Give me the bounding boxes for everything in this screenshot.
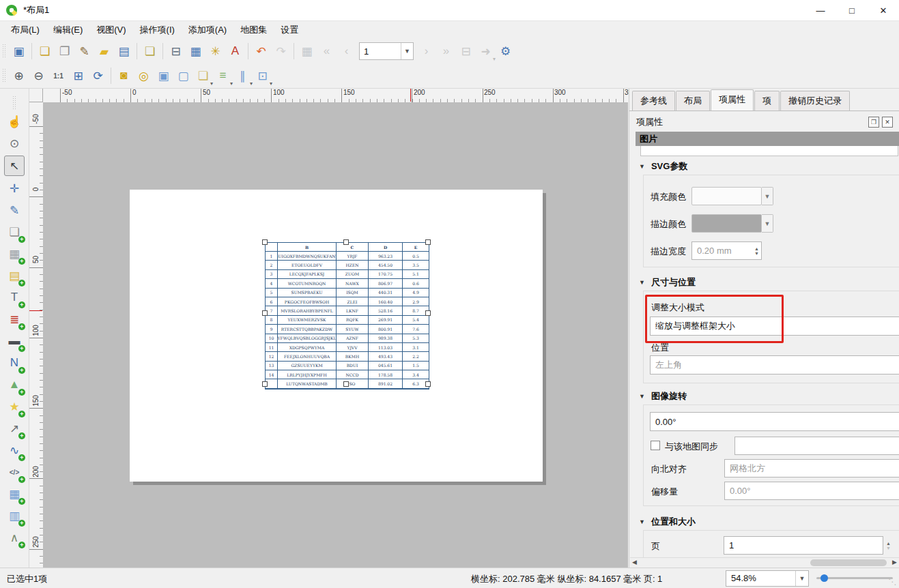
selection-handle[interactable] [425,310,431,316]
fill-color-dropdown-icon[interactable]: ▼ [762,187,773,205]
zoom-full-extent-icon[interactable]: ⊞ [69,67,87,85]
page-spin-arrows[interactable]: ▲▼ [883,536,894,555]
panel-tab-4[interactable]: 撤销历史记录 [780,91,850,111]
add-legend-icon[interactable]: ≣+ [5,310,24,329]
add-items-from-template-icon[interactable]: ▰ [95,42,113,61]
select-move-item-tool-icon[interactable]: ↖ [4,156,25,176]
export-as-image-icon[interactable]: ▦ [186,42,205,61]
page-number-spinbox[interactable]: 1 [724,536,883,555]
save-project-icon[interactable]: ▣ [10,42,28,61]
add-html-icon[interactable]: </>+ [5,462,24,482]
distribute-items-icon[interactable]: ∥▾ [233,67,252,85]
window-resize-grip[interactable]: ⋱ [888,577,896,587]
selection-handle[interactable] [262,310,268,316]
menu-item-2[interactable]: 视图(V) [89,22,132,38]
minimize-button[interactable]: — [805,0,836,20]
panel-tab-3[interactable]: 项 [754,91,780,111]
stroke-color-button[interactable] [691,214,762,233]
edit-nodes-tool-icon[interactable]: ✎ [5,201,24,220]
menu-item-4[interactable]: 添加项(A) [182,22,233,38]
menu-item-3[interactable]: 操作项(I) [133,22,182,38]
layout-canvas[interactable]: BCDE1SUIGOXFBMDWNQSUKFANTYRJF963.230.52E… [43,102,628,568]
fill-color-button[interactable] [691,187,762,205]
zoom-actual-size-icon[interactable]: 1:1 [49,67,68,85]
placement-combo[interactable]: 左上角 [650,355,899,374]
new-item-from-template-icon[interactable]: ❏ [141,42,159,61]
add-picture-icon[interactable]: ▤+ [5,266,24,285]
menu-item-6[interactable]: 设置 [274,22,305,38]
section-svg-params[interactable]: ▼ SVG参数 [639,160,687,173]
ungroup-items-icon[interactable]: ▢ [174,67,192,85]
new-layout-icon[interactable]: ❏ [35,42,54,61]
zoom-dropdown-icon[interactable]: ▼ [795,571,808,586]
export-as-pdf-icon[interactable]: A [226,42,244,61]
add-marker-icon[interactable]: ★+ [5,397,24,416]
refresh-view-icon[interactable]: ⟳ [89,67,107,85]
undo-icon[interactable]: ↶ [252,42,270,61]
offset-spinbox[interactable]: 0.00° [724,482,899,500]
section-position-size[interactable]: ▼ 位置和大小 [639,516,696,528]
maximize-button[interactable]: □ [836,0,868,20]
add-fixed-table-icon[interactable]: ▥+ [5,506,24,525]
unlock-all-items-icon[interactable]: ◎ [134,67,153,85]
zoom-out-icon[interactable]: ⊖ [29,67,48,85]
add-label-icon[interactable]: T+ [5,288,24,307]
panel-float-icon[interactable]: ❐ [868,117,879,128]
atlas-settings-icon[interactable]: ⚙ [496,42,515,61]
layout-manager-icon[interactable]: ✎ [75,42,94,61]
stroke-color-dropdown-icon[interactable]: ▼ [762,214,773,233]
export-as-svg-icon[interactable]: ✳ [206,42,225,61]
save-as-template-icon[interactable]: ▤ [115,42,133,61]
add-attribute-table-icon[interactable]: ▦+ [5,484,24,503]
scrollbar-thumb[interactable] [810,559,887,566]
group-items-icon[interactable]: ▣ [154,67,173,85]
pan-layout-tool-icon[interactable]: ☝ [5,112,24,131]
align-selected-items-icon[interactable]: ≡▾ [214,67,232,85]
panel-tab-1[interactable]: 布局 [676,91,710,111]
add-elevation-profile-icon[interactable]: ∧+ [5,528,24,547]
print-layout-icon[interactable]: ⊟ [167,42,185,61]
scroll-left-icon[interactable]: ◀ [632,559,637,565]
scroll-right-icon[interactable]: ▶ [892,559,897,565]
move-item-content-tool-icon[interactable]: ✛ [5,179,24,198]
zoom-slider[interactable] [816,577,893,579]
selection-handle[interactable] [262,381,268,387]
menu-item-1[interactable]: 编辑(E) [46,22,89,38]
north-alignment-combo[interactable]: 网格北方 [724,459,899,477]
menu-item-0[interactable]: 布局(L) [4,22,46,38]
combo-dropdown-icon[interactable]: ▼ [401,43,413,59]
add-map-icon[interactable]: ▦+ [5,244,24,263]
selection-handle[interactable] [425,381,431,387]
raise-selected-items-icon[interactable]: ❏▾ [194,67,212,85]
zoom-in-icon[interactable]: ⊕ [10,67,28,85]
add-page-icon[interactable]: ❏+ [5,222,24,241]
add-scalebar-icon[interactable]: ▬+ [5,332,24,351]
resize-items-icon[interactable]: ⊡▾ [253,67,272,85]
lock-selected-items-icon[interactable]: ◙ [115,67,133,85]
selection-handle[interactable] [343,239,349,245]
panel-tab-0[interactable]: 参考线 [632,91,675,111]
selection-handle[interactable] [343,381,349,387]
zoom-slider-handle[interactable] [820,574,828,582]
rotation-spinbox[interactable]: 0.00° [650,412,899,431]
selection-handle[interactable] [425,239,431,245]
zoom-tool-icon[interactable]: ⊙ [5,134,24,153]
duplicate-layout-icon[interactable]: ❐ [55,42,74,61]
sync-map-combo[interactable] [734,437,899,455]
add-node-item-icon[interactable]: ∿+ [5,441,24,460]
panel-tab-2[interactable]: 项属性 [711,89,754,111]
menu-item-5[interactable]: 地图集 [233,22,274,38]
stroke-width-spin-arrows[interactable]: ▲▼ [752,241,762,260]
add-shape-icon[interactable]: ▲+ [5,375,24,394]
attribute-table-item[interactable]: BCDE1SUIGOXFBMDWNQSUKFANTYRJF963.230.52E… [265,242,429,389]
panel-horizontal-scrollbar[interactable]: ◀ ▶ [630,557,899,568]
section-size-position[interactable]: ▼ 尺寸与位置 [639,276,696,289]
zoom-level-combo[interactable]: 54.8% ▼ [726,570,809,587]
sync-with-map-checkbox[interactable] [651,441,660,450]
panel-close-icon[interactable]: ✕ [882,117,893,128]
add-north-arrow-icon[interactable]: N+ [5,353,24,372]
add-arrow-icon[interactable]: ↗+ [5,419,24,438]
selection-handle[interactable] [262,239,268,245]
close-button[interactable]: ✕ [868,0,899,20]
section-image-rotation[interactable]: ▼ 图像旋转 [639,390,687,402]
